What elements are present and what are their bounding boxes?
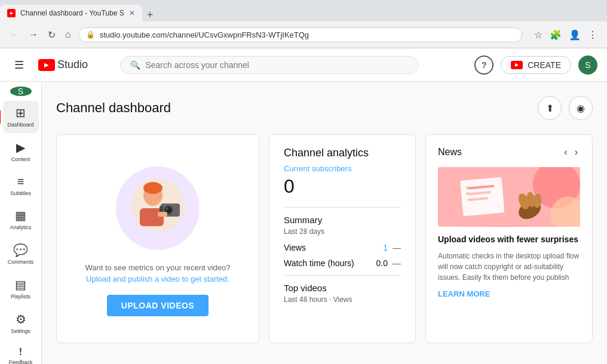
hamburger-button[interactable]: ☰ — [10, 54, 29, 76]
watch-time-dash: — — [393, 258, 401, 268]
news-article-body: Automatic checks in the desktop upload f… — [438, 251, 580, 283]
sidebar-item-comments[interactable]: 💬 Comments — [3, 238, 39, 270]
subtitles-icon: ≡ — [17, 175, 24, 189]
tab-title: Channel dashboard - YouTube S — [20, 9, 124, 17]
divider — [284, 207, 401, 208]
news-prev-button[interactable]: ‹ — [562, 144, 569, 160]
sidebar-item-playlists[interactable]: ▤ Playlists — [3, 273, 39, 305]
svg-text:✓: ✓ — [465, 184, 470, 190]
watch-time-number: 0.0 — [376, 258, 388, 268]
help-button[interactable]: ? — [474, 55, 493, 75]
search-icon: 🔍 — [130, 60, 140, 70]
news-article-title: Upload videos with fewer surprises — [438, 234, 580, 246]
news-card: News ‹ › — [425, 134, 593, 343]
active-tab[interactable]: Channel dashboard - YouTube S ✕ — [0, 5, 142, 21]
comments-icon: 💬 — [13, 243, 28, 257]
nav-right: ? ▶ CREATE S — [474, 55, 597, 75]
svg-rect-13 — [460, 177, 504, 216]
header-actions: ⬆ ◉ — [538, 96, 593, 120]
sidebar-item-label: Feedback — [9, 359, 33, 364]
watch-time-stat-row: Watch time (hours) 0.0 — — [284, 258, 401, 268]
url-bar[interactable]: 🔒 studio.youtube.com/channel/UCsvGxwpnFR… — [78, 27, 522, 42]
sidebar-item-analytics[interactable]: ▦ Analytics — [3, 203, 39, 236]
reload-button[interactable]: ↻ — [45, 27, 58, 43]
top-videos-title: Top videos — [284, 283, 401, 293]
tab-bar: Channel dashboard - YouTube S ✕ + — [0, 0, 607, 21]
home-button[interactable]: ⌂ — [63, 27, 73, 42]
create-video-icon: ▶ — [511, 61, 523, 69]
sidebar-item-feedback[interactable]: ! Feedback — [3, 342, 39, 364]
sidebar-item-label: Settings — [11, 328, 30, 335]
url-text: studio.youtube.com/channel/UCsvGxwpnFRsN… — [100, 30, 309, 39]
content-icon: ▶ — [16, 140, 25, 155]
main-content: Channel dashboard ⬆ ◉ — [42, 82, 607, 364]
top-nav: ☰ ▶ Studio 🔍 ? ▶ CREATE S — [0, 48, 607, 82]
upload-text-line1: Want to see metrics on your recent video… — [85, 263, 230, 272]
sidebar-item-subtitles[interactable]: ≡ Subtitles — [3, 170, 39, 202]
forward-button[interactable]: → — [26, 27, 41, 42]
create-button[interactable]: ▶ CREATE — [501, 56, 571, 74]
search-bar[interactable]: 🔍 — [120, 56, 419, 74]
upload-button[interactable]: ⬆ — [538, 96, 562, 120]
news-image: ✓ ✓ — [438, 167, 580, 227]
upload-link[interactable]: Upload and publish a video to get starte… — [86, 274, 229, 283]
views-stat-row: Views 1 — — [284, 243, 401, 252]
settings-icon: ⚙ — [16, 312, 26, 326]
analytics-title: Channel analytics — [284, 147, 401, 159]
subscribers-label: Current subscribers — [284, 164, 401, 173]
svg-point-8 — [166, 208, 168, 210]
sidebar-item-dashboard[interactable]: ⊞ Dashboard — [3, 101, 39, 133]
news-title: News — [438, 147, 462, 158]
top-videos-period: Last 48 hours · Views — [284, 295, 401, 304]
news-navigation: ‹ › — [562, 144, 580, 160]
upload-videos-button[interactable]: UPLOAD VIDEOS — [107, 295, 209, 316]
sidebar-item-label: Content — [11, 156, 30, 163]
sidebar-item-label: Playlists — [11, 294, 30, 300]
subscribers-count: 0 — [284, 175, 401, 198]
news-header: News ‹ › — [438, 144, 580, 160]
browser-chrome: Channel dashboard - YouTube S ✕ + ← → ↻ … — [0, 0, 607, 48]
bookmark-button[interactable]: ☆ — [532, 27, 545, 43]
sidebar-item-label: Dashboard — [7, 122, 33, 128]
page-title: Channel dashboard — [56, 100, 171, 116]
svg-rect-9 — [158, 212, 167, 217]
analytics-icon: ▦ — [15, 208, 26, 223]
profile-button[interactable]: 👤 — [566, 27, 583, 43]
sidebar-item-settings[interactable]: ⚙ Settings — [3, 307, 39, 340]
summary-title: Summary — [284, 215, 401, 225]
main-layout: S ⊞ Dashboard ▶ Content ≡ Subtitles ▦ An… — [0, 82, 607, 364]
tab-favicon — [7, 9, 16, 17]
dashboard-icon: ⊞ — [16, 106, 26, 120]
create-label: CREATE — [528, 60, 561, 70]
back-button[interactable]: ← — [7, 27, 22, 42]
upload-prompt-text: Want to see metrics on your recent video… — [85, 262, 230, 285]
views-label: Views — [284, 243, 306, 252]
sidebar: S ⊞ Dashboard ▶ Content ≡ Subtitles ▦ An… — [0, 82, 42, 364]
extensions-button[interactable]: 🧩 — [547, 27, 564, 43]
sidebar-item-label: Analytics — [10, 224, 31, 231]
learn-more-link[interactable]: LEARN MORE — [438, 289, 490, 298]
search-input[interactable] — [145, 60, 409, 70]
svg-point-2 — [143, 182, 163, 194]
svg-text:✓: ✓ — [465, 190, 470, 196]
browser-actions: ☆ 🧩 👤 ⋮ — [532, 27, 600, 43]
sidebar-avatar[interactable]: S — [10, 87, 32, 96]
tab-close-button[interactable]: ✕ — [129, 9, 135, 17]
new-tab-button[interactable]: + — [142, 9, 158, 21]
user-avatar[interactable]: S — [578, 55, 597, 75]
watch-time-label: Watch time (hours) — [284, 258, 354, 268]
sidebar-item-label: Subtitles — [10, 190, 31, 197]
views-dash: — — [393, 243, 401, 252]
illustration-svg — [122, 172, 194, 244]
menu-button[interactable]: ⋮ — [585, 27, 600, 43]
news-next-button[interactable]: › — [572, 144, 580, 160]
summary-period: Last 28 days — [284, 227, 401, 236]
yt-studio-logo[interactable]: ▶ Studio — [38, 58, 88, 71]
sidebar-item-label: Comments — [8, 259, 34, 266]
analytics-card: Channel analytics Current subscribers 0 … — [269, 134, 416, 343]
lock-icon: 🔒 — [86, 30, 95, 39]
go-live-button[interactable]: ◉ — [569, 96, 593, 120]
watch-time-value: 0.0 — — [376, 258, 401, 268]
sidebar-item-content[interactable]: ▶ Content — [3, 135, 39, 168]
youtube-icon: ▶ — [38, 59, 55, 71]
